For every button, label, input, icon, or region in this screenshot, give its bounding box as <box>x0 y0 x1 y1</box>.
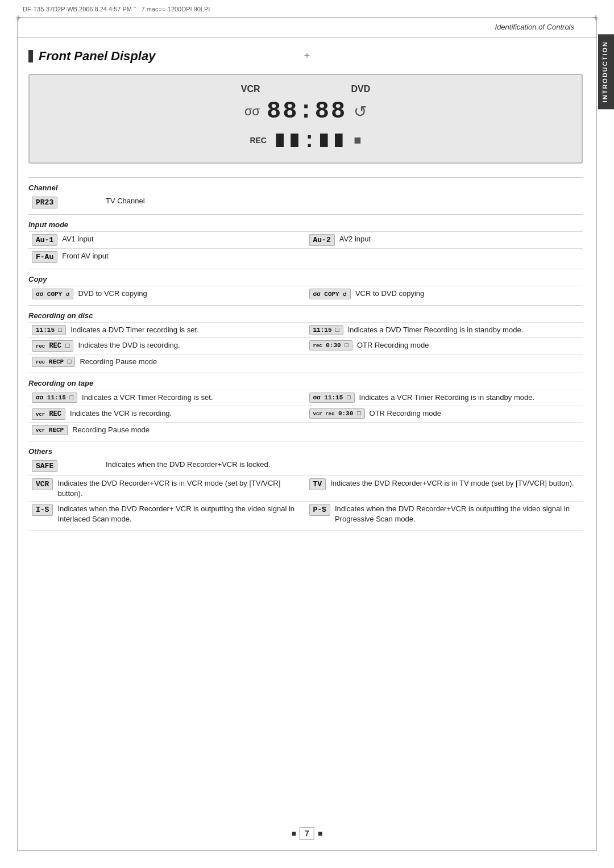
tv-indicator: TV <box>309 478 326 490</box>
tape-recp-desc: Recording Pause mode <box>72 425 150 435</box>
tape-recp-left: vcr RECP Recording Pause mode <box>28 422 306 437</box>
av1-indicator: Au-1 <box>32 234 57 246</box>
tape-rec-desc: Indicates the VCR is recording. <box>70 408 172 419</box>
section-divider-top <box>28 177 583 178</box>
disc-timer-standby-indicator: 11:15 □ <box>309 325 343 335</box>
av2-indicator: Au-2 <box>309 234 335 246</box>
section-divider-disc <box>28 373 583 373</box>
crosshair-top-left <box>13 12 24 24</box>
pr23-desc: TV Channel <box>102 194 583 211</box>
disc-recp-right-empty <box>306 354 583 369</box>
dvd-label: DVD <box>351 84 371 94</box>
fav-right-empty <box>306 248 583 265</box>
disc-timer-set-indicator: 11:15 □ <box>32 325 66 335</box>
vcr-tv-row: VCR Indicates the DVD Recorder+VCR is in… <box>28 475 583 501</box>
av1-left: Au-1 AV1 input <box>28 231 306 248</box>
pr23-indicator: PR23 <box>32 197 57 208</box>
tape-timer-set-desc: Indicates a VCR Timer Recording is set. <box>82 393 213 403</box>
others-header: Others <box>28 447 583 456</box>
table-row: SAFE Indicates when the DVD Recorder+VCR… <box>28 458 583 474</box>
av1-row: Au-1 AV1 input Au-2 AV2 input <box>28 231 583 248</box>
channel-table: PR23 TV Channel <box>28 194 583 211</box>
disc-timer-standby-right: 11:15 □ Indicates a DVD Timer Recording … <box>306 322 583 337</box>
fav-left: F-Au Front AV input <box>28 248 306 265</box>
vcr-label: VCR <box>241 84 260 94</box>
progressive-desc: Indicates when the DVD Recorder+VCR is o… <box>335 504 579 524</box>
disc-recp-indicator: rec RECP □ <box>32 357 75 367</box>
disc-timer-set-left: 11:15 □ Indicates a DVD Timer recording … <box>28 322 306 337</box>
disc-rec-left: rec REC □ Indicates the DVD is recording… <box>28 337 306 354</box>
safe-desc: Indicates when the DVD Recorder+VCR is l… <box>102 458 583 474</box>
others-table: SAFE Indicates when the DVD Recorder+VCR… <box>28 458 583 474</box>
copy-row: σσ COPY ↺ DVD to VCR copying σσ COPY ↺ V… <box>28 286 583 302</box>
interlaced-left: I-S Indicates when the DVD Recorder+ VCR… <box>28 501 306 527</box>
main-content: Front Panel Display VCR DVD σσ 88:88 ↺ R… <box>28 37 583 535</box>
header-bar: Identification of Controls <box>17 17 597 37</box>
copy-section: Copy σσ COPY ↺ DVD to VCR copying σσ COP… <box>28 275 583 302</box>
disc-recp-row: rec RECP □ Recording Pause mode <box>28 354 583 369</box>
title-bar-decoration <box>28 50 33 62</box>
tape-rec-row: vcr REC Indicates the VCR is recording. … <box>28 406 583 422</box>
progressive-right: P-S Indicates when the DVD Recorder+VCR … <box>306 501 583 527</box>
disc-recp-left: rec RECP □ Recording Pause mode <box>28 354 306 369</box>
interlaced-desc: Indicates when the DVD Recorder+ VCR is … <box>57 504 302 524</box>
av2-right: Au-2 AV2 input <box>306 231 583 248</box>
safe-indicator: SAFE <box>32 460 57 472</box>
page-title: Front Panel Display <box>39 49 155 64</box>
section-divider-bottom <box>28 531 583 531</box>
recording-tape-section: Recording on tape σσ 11:15 □ Indicates a… <box>28 379 583 437</box>
tape-timer-set-left: σσ 11:15 □ Indicates a VCR Timer Recordi… <box>28 390 306 405</box>
page-num-suffix: ■ <box>318 829 322 838</box>
tape-rec-indicator: vcr REC <box>32 408 65 420</box>
display-panel: VCR DVD σσ 88:88 ↺ REC ∎∎:∎∎ ■ <box>28 74 583 164</box>
recording-disc-header: Recording on disc <box>28 311 583 320</box>
vcr-to-dvd-indicator: σσ COPY ↺ <box>309 289 351 299</box>
av2-desc: AV2 input <box>339 234 371 244</box>
section-divider-channel <box>28 214 583 215</box>
tv-mode-desc: Indicates the DVD Recorder+VCR is in TV … <box>330 478 574 489</box>
section-divider-tape <box>28 441 583 441</box>
tape-timer-row: σσ 11:15 □ Indicates a VCR Timer Recordi… <box>28 390 583 405</box>
tape-recp-row: vcr RECP Recording Pause mode <box>28 422 583 437</box>
recording-tape-header: Recording on tape <box>28 379 583 387</box>
tape-timer-standby-right: σσ 11:15 □ Indicates a VCR Timer Recordi… <box>306 390 583 405</box>
dvd-to-vcr-indicator: σσ COPY ↺ <box>32 289 73 299</box>
disc-recp-desc: Recording Pause mode <box>80 357 157 367</box>
rec-label: REC <box>250 136 267 145</box>
vcr-indicator: VCR <box>32 478 53 490</box>
disc-timer-set-desc: Indicates a DVD Timer recording is set. <box>70 325 198 335</box>
disc-otr-right: rec 0:30 □ OTR Recording mode <box>306 337 583 354</box>
tape-recp-indicator: vcr RECP <box>32 425 68 435</box>
tape-rec-left: vcr REC Indicates the VCR is recording. <box>28 406 306 422</box>
tape-otr-desc: OTR Recording mode <box>370 408 441 419</box>
tape-timer-set-indicator: σσ 11:15 □ <box>32 393 77 403</box>
disc-timer-row: 11:15 □ Indicates a DVD Timer recording … <box>28 322 583 337</box>
disc-otr-desc: OTR Recording mode <box>357 340 429 350</box>
channel-header: Channel <box>28 183 583 192</box>
progressive-indicator: P-S <box>309 504 330 516</box>
disc-rec-desc: Indicates the DVD is recording. <box>78 340 180 350</box>
input-mode-section: Input mode Au-1 AV1 input Au-2 AV2 input… <box>28 220 583 265</box>
others-section: Others SAFE Indicates when the DVD Recor… <box>28 447 583 527</box>
table-row: PR23 TV Channel <box>28 194 583 211</box>
disc-timer-standby-desc: Indicates a DVD Timer Recording is in st… <box>348 325 524 335</box>
disc-otr-indicator: rec 0:30 □ <box>309 340 352 350</box>
page-number: 7 <box>300 827 314 840</box>
input-mode-header: Input mode <box>28 220 583 229</box>
disc-rec-row: rec REC □ Indicates the DVD is recording… <box>28 337 583 354</box>
page-number-area: ■ 7 ■ <box>292 827 323 840</box>
disc-rec-indicator: rec REC □ <box>32 340 73 352</box>
vcr-to-dvd-desc: VCR to DVD copying <box>355 289 424 299</box>
tv-mode-right: TV Indicates the DVD Recorder+VCR is in … <box>306 475 583 501</box>
dvd-to-vcr-desc: DVD to VCR copying <box>78 289 147 299</box>
top-meta: DF-T35-37D2P-WB 2006.8.24 4:57 PM ˜ ˙ 7 … <box>23 6 210 12</box>
fav-desc: Front AV input <box>62 251 108 261</box>
tape-otr-indicator: vcr rec 0:30 □ <box>309 408 365 419</box>
interlaced-indicator: I-S <box>32 504 53 516</box>
scan-row: I-S Indicates when the DVD Recorder+ VCR… <box>28 501 583 527</box>
tape-recp-right-empty <box>306 422 583 437</box>
copy-right: σσ COPY ↺ VCR to DVD copying <box>306 286 583 302</box>
channel-section: Channel PR23 TV Channel <box>28 183 583 211</box>
page-num-prefix: ■ <box>292 829 296 838</box>
vcr-mode-desc: Indicates the DVD Recorder+VCR is in VCR… <box>57 478 302 499</box>
